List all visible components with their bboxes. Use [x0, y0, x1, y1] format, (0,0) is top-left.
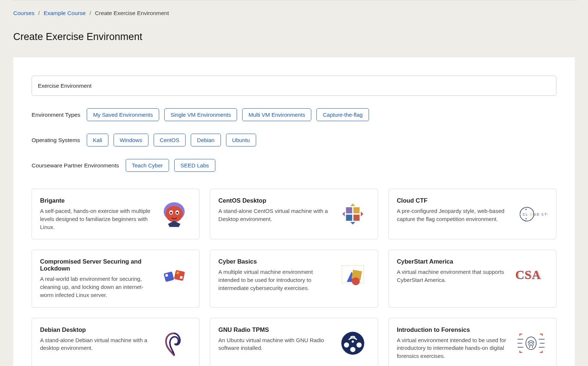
main-panel: Environment Types My Saved Environments … [13, 57, 575, 366]
svg-point-27 [352, 278, 359, 285]
pill-seed-labs[interactable]: SEED Labs [174, 159, 215, 172]
svg-text:CL: CL [523, 213, 528, 216]
cyber-basics-icon [336, 258, 370, 292]
card-debian-desktop[interactable]: Debian Desktop A stand-alone Debian virt… [32, 318, 200, 366]
pill-debian[interactable]: Debian [191, 134, 221, 146]
svg-point-14 [526, 209, 527, 210]
card-description: An Ubuntu virtual machine with GNU Radio… [218, 336, 330, 352]
card-title: Cyber Basics [218, 258, 330, 265]
cloud-ctf-icon: CL O UD CTF [514, 197, 548, 231]
card-description: A real-world lab environment for securin… [40, 275, 152, 299]
pill-group-courseware-partner: Teach Cyber SEED Labs [126, 159, 215, 172]
pill-capture-the-flag[interactable]: Capture-the-flag [316, 108, 369, 121]
svg-point-4 [170, 212, 172, 214]
card-gnu-radio-tpms[interactable]: GNU Radio TPMS An Ubuntu virtual machine… [210, 318, 378, 366]
svg-rect-22 [176, 272, 179, 275]
pill-multi-vm-environments[interactable]: Multi VM Environments [242, 108, 311, 121]
breadcrumb: Courses / Example Course / Create Exerci… [0, 0, 588, 17]
filter-row-environment-types: Environment Types My Saved Environments … [32, 108, 556, 121]
page-title: Create Exercise Environment [0, 17, 588, 57]
card-title: CyberStart America [397, 258, 509, 265]
svg-text:CSA: CSA [516, 268, 542, 282]
environment-cards-grid: Brigante A self-paced, hands-on exercise… [32, 189, 556, 366]
svg-rect-23 [180, 276, 183, 279]
card-title: Compromised Server Securing and Lockdown [40, 258, 152, 272]
card-description: A multiple virtual machine environment i… [218, 268, 330, 292]
svg-marker-11 [361, 211, 363, 216]
svg-point-41 [526, 337, 536, 349]
compromised-server-icon [157, 258, 191, 292]
filter-row-operating-systems: Operating Systems Kali Windows CentOS De… [32, 134, 556, 146]
centos-icon [336, 197, 370, 231]
card-compromised-server[interactable]: Compromised Server Securing and Lockdown… [32, 250, 200, 307]
card-introduction-to-forensics[interactable]: Introduction to Forensics A virtual envi… [388, 318, 556, 366]
debian-icon [157, 326, 191, 360]
card-centos-desktop[interactable]: CentOS Desktop A stand-alone CentOS virt… [210, 189, 378, 239]
svg-rect-6 [346, 207, 352, 214]
svg-point-33 [356, 342, 362, 347]
card-description: A virtual environment intended to be use… [397, 336, 509, 360]
svg-rect-8 [346, 215, 352, 221]
environment-name-input[interactable] [32, 76, 556, 96]
card-description: A pre-configured Jeopardy style, web-bas… [397, 207, 509, 223]
csa-icon: CSA CSA [514, 258, 548, 292]
breadcrumb-link-example-course[interactable]: Example Course [44, 10, 86, 16]
svg-text:UD CTF: UD CTF [534, 213, 548, 216]
svg-point-34 [352, 340, 354, 343]
card-cyberstart-america[interactable]: CyberStart America A virtual machine env… [388, 250, 556, 307]
svg-marker-10 [350, 203, 355, 206]
filter-label-courseware-partner: Courseware Partner Environments [32, 162, 119, 169]
card-description: A self-paced, hands-on exercise with mul… [40, 207, 152, 231]
pill-my-saved-environments[interactable]: My Saved Environments [87, 108, 159, 121]
filter-label-environment-types: Environment Types [32, 112, 80, 118]
card-cyber-basics[interactable]: Cyber Basics A multiple virtual machine … [210, 250, 378, 307]
pill-kali[interactable]: Kali [87, 134, 108, 146]
svg-rect-21 [174, 270, 185, 281]
card-title: Cloud CTF [397, 197, 509, 204]
card-title: CentOS Desktop [218, 197, 330, 204]
card-title: Debian Desktop [40, 326, 152, 333]
pill-teach-cyber[interactable]: Teach Cyber [126, 159, 169, 172]
filter-row-courseware-partner: Courseware Partner Environments Teach Cy… [32, 159, 556, 172]
svg-marker-13 [342, 211, 345, 216]
filter-label-operating-systems: Operating Systems [32, 137, 80, 144]
svg-text:O: O [530, 213, 533, 216]
card-brigante[interactable]: Brigante A self-paced, hands-on exercise… [32, 189, 200, 239]
card-title: Introduction to Forensics [397, 326, 509, 333]
pill-group-environment-types: My Saved Environments Single VM Environm… [87, 108, 369, 121]
card-description: A stand-alone CentOS virtual machine wit… [218, 207, 330, 223]
svg-point-32 [344, 342, 349, 347]
svg-point-1 [166, 206, 183, 222]
pill-group-operating-systems: Kali Windows CentOS Debian Ubuntu [87, 134, 256, 146]
pill-centos[interactable]: CentOS [154, 134, 186, 146]
svg-point-15 [526, 218, 527, 219]
card-title: Brigante [40, 197, 152, 204]
breadcrumb-current: Create Exercise Environment [95, 10, 169, 16]
forensics-icon [514, 326, 548, 360]
card-title: GNU Radio TPMS [218, 326, 330, 333]
svg-rect-19 [164, 272, 175, 282]
svg-rect-7 [353, 207, 359, 214]
breadcrumb-link-courses[interactable]: Courses [13, 10, 35, 16]
svg-point-5 [176, 212, 178, 214]
pill-ubuntu[interactable]: Ubuntu [226, 134, 256, 146]
card-description: A stand-alone Debian virtual machine wit… [40, 336, 152, 352]
svg-rect-9 [353, 215, 359, 221]
svg-marker-12 [350, 222, 355, 225]
pill-windows[interactable]: Windows [114, 134, 148, 146]
pill-single-vm-environments[interactable]: Single VM Environments [164, 108, 237, 121]
brigante-icon [157, 197, 191, 231]
svg-point-31 [350, 347, 355, 352]
breadcrumb-separator: / [87, 10, 93, 16]
card-description: A virtual machine environment that suppo… [397, 268, 509, 284]
breadcrumb-separator: / [36, 10, 42, 16]
card-cloud-ctf[interactable]: Cloud CTF A pre-configured Jeopardy styl… [388, 189, 556, 239]
gnu-radio-icon [336, 326, 370, 360]
